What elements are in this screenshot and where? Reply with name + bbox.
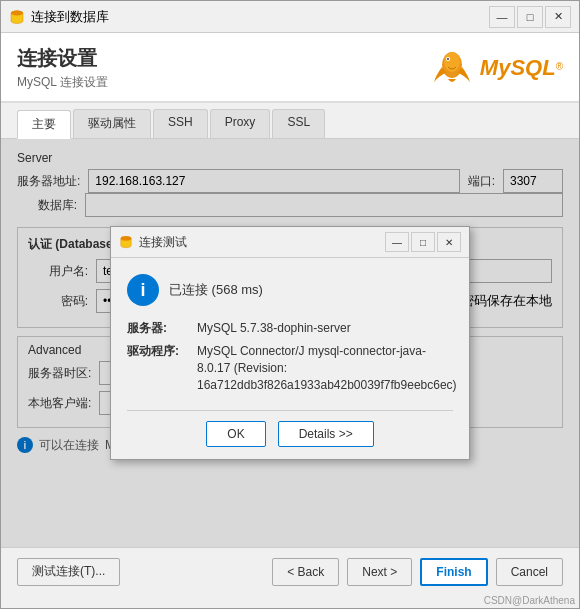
mysql-logo: MySQL® <box>428 47 563 89</box>
watermark: CSDN@DarkAthena <box>1 595 579 608</box>
dolphin-icon <box>428 47 476 89</box>
modal-server-row: 服务器: MySQL 5.7.38-dophin-server <box>127 320 453 337</box>
db-icon <box>9 9 25 25</box>
main-window: 连接到数据库 — □ ✕ 连接设置 MySQL 连接设置 <box>0 0 580 609</box>
modal-minimize-btn[interactable]: — <box>385 232 409 252</box>
tab-ssh[interactable]: SSH <box>153 109 208 138</box>
modal-footer: OK Details >> <box>127 410 453 447</box>
connection-test-modal: 连接测试 — □ ✕ i 已连接 (568 ms) <box>110 226 470 459</box>
header-titles: 连接设置 MySQL 连接设置 <box>17 45 108 91</box>
content-area: Server 服务器地址: 端口: 数据库: 认证 (Database Nati… <box>1 139 579 547</box>
modal-window-controls: — □ ✕ <box>385 232 461 252</box>
cancel-btn[interactable]: Cancel <box>496 558 563 586</box>
svg-point-1 <box>11 10 23 15</box>
window-title: 连接到数据库 <box>31 8 109 26</box>
modal-status-icon: i <box>127 274 159 306</box>
modal-maximize-btn[interactable]: □ <box>411 232 435 252</box>
mysql-text: MySQL® <box>480 55 563 81</box>
title-bar: 连接到数据库 — □ ✕ <box>1 1 579 33</box>
modal-close-btn[interactable]: ✕ <box>437 232 461 252</box>
finish-btn[interactable]: Finish <box>420 558 487 586</box>
modal-server-key: 服务器: <box>127 320 197 337</box>
modal-title-text: 连接测试 <box>139 234 187 251</box>
test-connection-btn[interactable]: 测试连接(T)... <box>17 558 120 586</box>
modal-driver-row: 驱动程序: MySQL Connector/J mysql-connector-… <box>127 343 453 393</box>
title-bar-left: 连接到数据库 <box>9 8 109 26</box>
maximize-btn[interactable]: □ <box>517 6 543 28</box>
tab-ssl[interactable]: SSL <box>272 109 325 138</box>
modal-db-icon <box>119 235 133 249</box>
tab-proxy[interactable]: Proxy <box>210 109 271 138</box>
page-subtitle: MySQL 连接设置 <box>17 74 108 91</box>
modal-overlay: 连接测试 — □ ✕ i 已连接 (568 ms) <box>1 139 579 547</box>
modal-status-text: 已连接 (568 ms) <box>169 281 263 299</box>
tab-main[interactable]: 主要 <box>17 110 71 139</box>
header-section: 连接设置 MySQL 连接设置 MySQL® <box>1 33 579 103</box>
modal-title-area: 连接测试 <box>119 234 187 251</box>
back-btn[interactable]: < Back <box>272 558 339 586</box>
bottom-bar: 测试连接(T)... < Back Next > Finish Cancel <box>1 547 579 595</box>
tabs-bar: 主要 驱动属性 SSH Proxy SSL <box>1 103 579 139</box>
mysql-label: MySQL <box>480 55 556 80</box>
minimize-btn[interactable]: — <box>489 6 515 28</box>
modal-status-row: i 已连接 (568 ms) <box>127 274 453 306</box>
svg-point-7 <box>121 237 132 241</box>
next-btn[interactable]: Next > <box>347 558 412 586</box>
modal-driver-value: MySQL Connector/J mysql-connector-java-8… <box>197 343 457 393</box>
tab-driver[interactable]: 驱动属性 <box>73 109 151 138</box>
mysql-registered: ® <box>556 61 563 72</box>
svg-point-5 <box>447 58 449 60</box>
modal-content: i 已连接 (568 ms) 服务器: MySQL 5.7.38-dophin-… <box>111 258 469 458</box>
modal-server-value: MySQL 5.7.38-dophin-server <box>197 320 453 337</box>
modal-titlebar: 连接测试 — □ ✕ <box>111 227 469 258</box>
modal-driver-key: 驱动程序: <box>127 343 197 393</box>
window-controls: — □ ✕ <box>489 6 571 28</box>
bottom-right-btns: < Back Next > Finish Cancel <box>272 558 563 586</box>
modal-detail-table: 服务器: MySQL 5.7.38-dophin-server 驱动程序: My… <box>127 320 453 393</box>
close-btn[interactable]: ✕ <box>545 6 571 28</box>
page-title: 连接设置 <box>17 45 108 72</box>
modal-ok-btn[interactable]: OK <box>206 421 265 447</box>
modal-details-btn[interactable]: Details >> <box>278 421 374 447</box>
